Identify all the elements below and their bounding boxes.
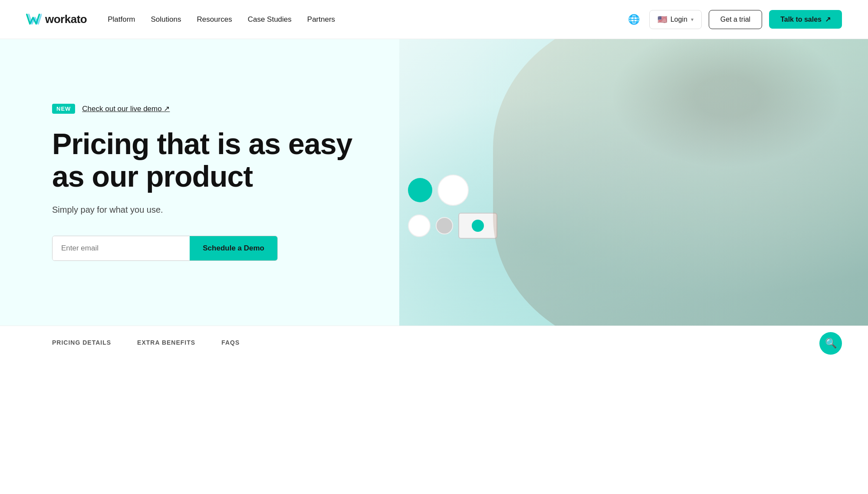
bottom-nav-extra-benefits[interactable]: EXTRA BENEFITS	[137, 339, 195, 348]
brand-name: workato	[45, 13, 87, 26]
search-button[interactable]: 🔍	[819, 332, 842, 355]
badge-row: NEW Check out our live demo ↗	[52, 104, 356, 114]
hero-content: NEW Check out our live demo ↗ Pricing th…	[0, 39, 399, 326]
get-trial-button[interactable]: Get a trial	[709, 10, 762, 29]
talk-to-sales-label: Talk to sales	[780, 16, 822, 23]
main-nav: Platform Solutions Resources Case Studie…	[108, 15, 625, 24]
new-badge: NEW	[52, 104, 75, 114]
schedule-demo-button[interactable]: Schedule a Demo	[190, 236, 277, 260]
person-image-container	[399, 39, 868, 326]
hero-subtitle: Simply pay for what you use.	[52, 205, 356, 215]
talk-to-sales-button[interactable]: Talk to sales ↗	[769, 10, 842, 29]
hero-title: Pricing that is as easy as our product	[52, 128, 356, 193]
nav-item-partners[interactable]: Partners	[307, 15, 335, 24]
search-icon: 🔍	[825, 338, 837, 349]
hero-title-line1: Pricing that is as easy	[52, 127, 352, 160]
email-input[interactable]	[53, 236, 190, 260]
external-link-icon: ↗	[825, 15, 831, 23]
hero-section: NEW Check out our live demo ↗ Pricing th…	[0, 39, 868, 326]
hero-image-area	[399, 39, 868, 326]
workato-logo-icon	[26, 13, 42, 26]
nav-item-case-studies[interactable]: Case Studies	[248, 15, 292, 24]
nav-item-solutions[interactable]: Solutions	[151, 15, 181, 24]
logo[interactable]: workato	[26, 13, 87, 26]
bottom-nav-faqs[interactable]: FAQS	[221, 339, 240, 348]
live-demo-link[interactable]: Check out our live demo ↗	[82, 104, 170, 113]
bottom-nav-pricing-details[interactable]: PRICING DETAILS	[52, 339, 111, 348]
navbar-actions: 🌐 🇺🇸 Login ▾ Get a trial Talk to sales ↗	[626, 10, 842, 29]
chevron-down-icon: ▾	[691, 16, 694, 23]
flag-icon: 🇺🇸	[658, 15, 667, 24]
email-form: Schedule a Demo	[52, 236, 278, 261]
bottom-navigation: PRICING DETAILS EXTRA BENEFITS FAQS 🔍	[0, 326, 868, 360]
navbar: workato Platform Solutions Resources Cas…	[0, 0, 868, 39]
language-selector-button[interactable]: 🌐	[626, 11, 642, 28]
nav-item-platform[interactable]: Platform	[108, 15, 135, 24]
globe-icon: 🌐	[628, 14, 640, 25]
hero-title-line2: as our product	[52, 160, 253, 193]
login-label: Login	[671, 16, 687, 23]
nav-item-resources[interactable]: Resources	[197, 15, 232, 24]
login-button[interactable]: 🇺🇸 Login ▾	[649, 10, 702, 29]
